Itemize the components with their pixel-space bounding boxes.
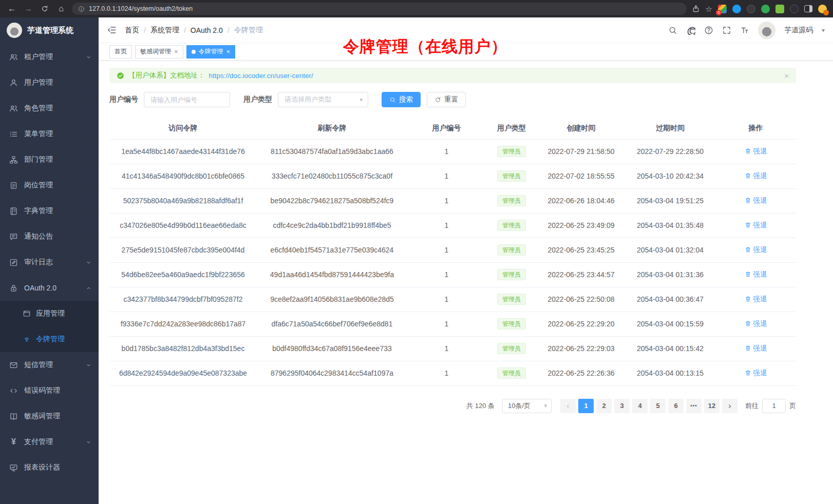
sidebar-item-report-designer[interactable]: 报表设计器 (0, 455, 99, 480)
close-icon[interactable]: × (174, 48, 178, 55)
address-bar[interactable]: 127.0.0.1:1024/system/oauth2/token (72, 3, 687, 15)
sidebar-item-error-code[interactable]: 错误码管理 (0, 378, 99, 403)
extension-icon[interactable]: 0 (718, 5, 727, 13)
bookmark-star-icon[interactable]: ☆ (706, 5, 712, 13)
sidebar-item-audit-log[interactable]: 审计日志 (0, 249, 99, 275)
side-panel-icon[interactable] (804, 5, 812, 12)
font-size-icon[interactable] (740, 26, 749, 35)
caret-down-icon[interactable]: ▾ (822, 27, 825, 34)
user-avatar[interactable] (758, 22, 775, 39)
breadcrumb-item[interactable]: 首页 (125, 26, 139, 35)
page-button[interactable]: 6 (668, 399, 684, 413)
force-logout-button[interactable]: 强退 (745, 344, 767, 353)
page-size-select[interactable]: 10条/页 ▾ (502, 399, 552, 413)
cell-actions: 强退 (715, 188, 796, 213)
force-logout-button[interactable]: 强退 (745, 245, 767, 255)
sidebar-item-tenant[interactable]: 租户管理 (0, 44, 99, 70)
tab-home[interactable]: 首页 (109, 45, 132, 59)
cell-user-type: 管理员 (486, 238, 537, 262)
table-row[interactable]: 41c41346a548490f9dc8b01c6bfe0865 333ecfc… (109, 164, 796, 188)
table-row[interactable]: 502375b8040a469a9b82188afdf6af1f be90422… (109, 188, 796, 213)
sidebar-item-post[interactable]: 岗位管理 (0, 172, 99, 198)
table-row[interactable]: 1ea5e44f8bc1467aaede43144f31de76 811c530… (109, 139, 796, 164)
doc-link[interactable]: https://doc.iocoder.cn/user-center/ (209, 72, 313, 80)
jump-page-input[interactable] (762, 399, 786, 413)
sidebar-item-dept[interactable]: 部门管理 (0, 147, 99, 172)
force-logout-button[interactable]: 强退 (745, 319, 767, 328)
page-button[interactable]: 5 (650, 399, 666, 413)
alert-close-icon[interactable]: × (784, 72, 789, 80)
help-icon[interactable] (704, 26, 713, 35)
extension-icon[interactable] (761, 5, 770, 13)
sidebar-item-oauth2-token[interactable]: 令牌管理 (0, 326, 99, 352)
browser-profile-avatar[interactable] (818, 5, 827, 13)
breadcrumb-item[interactable]: OAuth 2.0 (191, 26, 223, 34)
force-logout-button[interactable]: 强退 (745, 221, 767, 230)
force-logout-button[interactable]: 强退 (745, 196, 767, 205)
page-info-icon[interactable] (78, 6, 85, 12)
page-button[interactable]: 4 (632, 399, 648, 413)
force-logout-label: 强退 (753, 221, 767, 230)
user-id-input[interactable] (144, 92, 230, 107)
page-button[interactable]: 2 (596, 399, 612, 413)
browser-reload-button[interactable] (39, 5, 50, 13)
next-page-button[interactable]: › (722, 399, 737, 413)
extension-puzzle-icon[interactable] (775, 5, 784, 13)
table-row[interactable]: 6d842e2924594de9a09e45e087323abe 8796295… (109, 361, 796, 385)
user-icon (9, 79, 18, 87)
sidebar-toggle-icon[interactable] (107, 25, 117, 35)
user-name[interactable]: 芋道源码 (784, 26, 813, 35)
code-icon (9, 386, 18, 395)
browser-home-button[interactable]: ⌂ (55, 5, 67, 13)
reset-button[interactable]: 重置 (427, 92, 466, 107)
pagination: 共 120 条 10条/页 ▾ ‹ 1 2 3 4 5 6 ••• 12 › 前… (109, 399, 796, 413)
table-row[interactable]: f9336e7c7dd242a283ee98dc86b17a87 dfa6c71… (109, 312, 796, 336)
tab-token-active[interactable]: 令牌管理 × (186, 45, 236, 59)
prev-page-button[interactable]: ‹ (560, 399, 576, 413)
jump-unit: 页 (789, 401, 796, 411)
share-icon[interactable] (692, 5, 700, 13)
sidebar-item-notice[interactable]: 通知公告 (0, 224, 99, 249)
tab-sensitive-word[interactable]: 敏感词管理 × (135, 45, 183, 59)
sidebar-item-pay[interactable]: ¥ 支付管理 (0, 429, 99, 455)
table-row[interactable]: c342377bf8b344799dcbf7bf095287f2 9ce8ef2… (109, 287, 796, 312)
table-row[interactable]: c347026e805e4d99b0d116eae66eda8c cdfc4ce… (109, 213, 796, 238)
force-logout-button[interactable]: 强退 (745, 147, 767, 156)
breadcrumb-item[interactable]: 系统管理 (150, 26, 179, 35)
extension-icon[interactable] (732, 5, 741, 13)
cell-user-id: 1 (407, 188, 486, 213)
table-row[interactable]: b0d1785bc3a8482f812db4a3f3bd15ec b0df498… (109, 336, 796, 361)
force-logout-button[interactable]: 强退 (745, 270, 767, 279)
chevron-down-icon (86, 260, 91, 265)
sidebar-item-oauth2[interactable]: OAuth 2.0 (0, 275, 99, 301)
force-logout-button[interactable]: 强退 (745, 295, 767, 304)
sidebar-item-role[interactable]: 角色管理 (0, 95, 99, 121)
page-button[interactable]: 3 (614, 399, 630, 413)
browser-back-button[interactable]: ← (6, 5, 17, 13)
extension-icon[interactable] (747, 5, 755, 13)
sidebar-item-oauth2-app[interactable]: 应用管理 (0, 301, 99, 326)
search-button[interactable]: 搜索 (382, 92, 421, 107)
page-button[interactable]: 12 (704, 399, 720, 413)
github-icon[interactable] (686, 26, 695, 35)
sidebar-item-label: 通知公告 (24, 232, 53, 241)
app-logo[interactable]: 芋道管理系统 (0, 17, 99, 43)
user-type-select[interactable]: 请选择用户类型 ▾ (278, 92, 368, 107)
force-logout-button[interactable]: 强退 (745, 369, 767, 378)
extension-icon[interactable] (790, 5, 799, 13)
force-logout-button[interactable]: 强退 (745, 171, 767, 181)
browser-forward-button[interactable]: → (23, 5, 34, 13)
close-icon[interactable]: × (226, 48, 231, 55)
page-button[interactable]: 1 (578, 399, 594, 413)
table-row[interactable]: 54d6be82ee5a460a9aedc1f9bf223656 49d1aa4… (109, 262, 796, 287)
more-pages-button[interactable]: ••• (686, 399, 702, 413)
search-icon[interactable] (668, 26, 677, 35)
sidebar-item-sensitive-word[interactable]: 敏感词管理 (0, 403, 99, 429)
sidebar-item-label: 报表设计器 (24, 463, 60, 472)
sidebar-item-sms[interactable]: 短信管理 (0, 352, 99, 378)
sidebar-item-user[interactable]: 用户管理 (0, 70, 99, 95)
table-row[interactable]: 275e5de9151045fe87cbdc395e004f4d e6cfd40… (109, 238, 796, 262)
sidebar-item-dict[interactable]: 字典管理 (0, 198, 99, 224)
fullscreen-icon[interactable] (722, 26, 731, 35)
sidebar-item-menu[interactable]: 菜单管理 (0, 121, 99, 147)
